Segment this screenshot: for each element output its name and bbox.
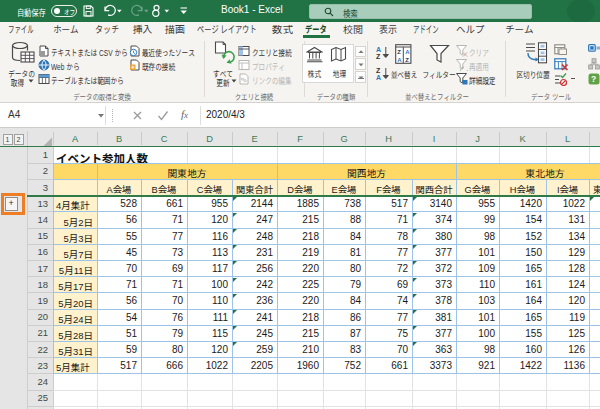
svg-text:A: A (376, 46, 381, 53)
svg-text:A: A (397, 57, 402, 63)
svg-text:A: A (405, 49, 410, 55)
svg-text:Z: Z (397, 49, 401, 55)
svg-text:Z: Z (376, 53, 381, 60)
svg-text:Z: Z (405, 57, 409, 63)
svg-text:A: A (376, 74, 381, 81)
svg-text:Z: Z (376, 67, 381, 74)
svg-text:?: ? (591, 74, 596, 84)
